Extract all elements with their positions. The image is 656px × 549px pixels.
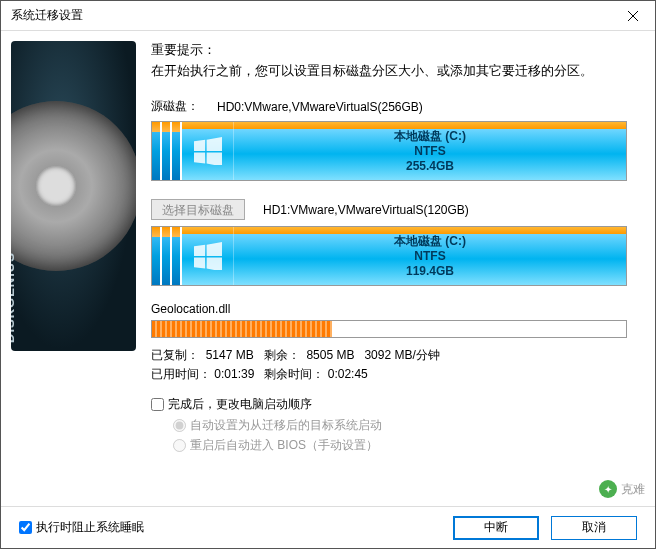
reserved-partition: [162, 122, 172, 180]
abort-button[interactable]: 中断: [453, 516, 539, 540]
source-disk-section: 源磁盘： HD0:VMware,VMwareVirtualS(256GB) 本地…: [151, 98, 627, 181]
elapsed-label: 已用时间：: [151, 365, 211, 384]
footer: 执行时阻止系统睡眠 中断 取消: [1, 506, 655, 548]
windows-logo-icon: [182, 227, 234, 285]
tip-heading: 重要提示：: [151, 41, 627, 59]
reserved-partition: [162, 227, 172, 285]
reserved-partition: [152, 227, 162, 285]
copied-value: 5147 MB: [206, 346, 254, 365]
tip-text: 在开始执行之前，您可以设置目标磁盘分区大小、或添加其它要迁移的分区。: [151, 62, 627, 80]
target-disk-section: 选择目标磁盘 HD1:VMware,VMwareVirtualS(120GB) …: [151, 199, 627, 286]
windows-logo-icon: [182, 122, 234, 180]
partition-size: 255.4GB: [406, 159, 454, 174]
progress-fill: [152, 321, 332, 337]
progress-bar: [151, 320, 627, 338]
cancel-button[interactable]: 取消: [551, 516, 637, 540]
prevent-sleep-checkbox[interactable]: [19, 521, 32, 534]
remain-label: 剩余：: [264, 346, 300, 365]
after-done-checkbox[interactable]: [151, 398, 164, 411]
eta-label: 剩余时间：: [264, 365, 324, 384]
partition-fs: NTFS: [414, 249, 445, 264]
watermark-text: 克难: [621, 481, 645, 498]
brand-text: DISKGENIUS: [11, 252, 17, 343]
watermark: ✦ 克难: [599, 480, 645, 498]
prevent-sleep-row[interactable]: 执行时阻止系统睡眠: [19, 519, 144, 536]
boot-option-bios-label: 重启后自动进入 BIOS（手动设置）: [190, 437, 378, 454]
elapsed-value: 0:01:39: [214, 365, 254, 384]
sidebar-graphic: DISKGENIUS: [1, 31, 146, 506]
main-partition: 本地磁盘 (C:) NTFS 255.4GB: [182, 122, 626, 180]
boot-option-bios[interactable]: [173, 439, 186, 452]
remain-value: 8505 MB: [306, 346, 354, 365]
target-partition-bar[interactable]: 本地磁盘 (C:) NTFS 119.4GB: [151, 226, 627, 286]
partition-size: 119.4GB: [406, 264, 454, 279]
current-file: Geolocation.dll: [151, 302, 627, 316]
window-title: 系统迁移设置: [11, 7, 610, 24]
copied-label: 已复制：: [151, 346, 199, 365]
reserved-partition: [172, 227, 182, 285]
source-disk-name: HD0:VMware,VMwareVirtualS(256GB): [217, 100, 423, 114]
main-panel: 重要提示： 在开始执行之前，您可以设置目标磁盘分区大小、或添加其它要迁移的分区。…: [146, 31, 655, 506]
prevent-sleep-label: 执行时阻止系统睡眠: [36, 519, 144, 536]
partition-name: 本地磁盘 (C:): [394, 129, 466, 144]
tip-section: 重要提示： 在开始执行之前，您可以设置目标磁盘分区大小、或添加其它要迁移的分区。: [151, 41, 627, 80]
reserved-partition: [172, 122, 182, 180]
partition-fs: NTFS: [414, 144, 445, 159]
post-options: 完成后，更改电脑启动顺序 自动设置为从迁移后的目标系统启动 重启后自动进入 BI…: [151, 396, 627, 454]
main-partition: 本地磁盘 (C:) NTFS 119.4GB: [182, 227, 626, 285]
speed-value: 3092 MB/分钟: [364, 346, 439, 365]
target-disk-name: HD1:VMware,VMwareVirtualS(120GB): [263, 203, 469, 217]
title-bar: 系统迁移设置: [1, 1, 655, 31]
progress-stats: 已复制： 5147 MB 剩余： 8505 MB 3092 MB/分钟 已用时间…: [151, 346, 627, 384]
partition-name: 本地磁盘 (C:): [394, 234, 466, 249]
boot-option-bios-row[interactable]: 重启后自动进入 BIOS（手动设置）: [173, 437, 627, 454]
hdd-illustration: DISKGENIUS: [11, 41, 136, 351]
boot-option-auto-label: 自动设置为从迁移后的目标系统启动: [190, 417, 382, 434]
boot-option-auto[interactable]: [173, 419, 186, 432]
wechat-icon: ✦: [599, 480, 617, 498]
close-icon: [628, 11, 638, 21]
eta-value: 0:02:45: [328, 365, 368, 384]
close-button[interactable]: [610, 1, 655, 31]
reserved-partition: [152, 122, 162, 180]
after-done-checkbox-row[interactable]: 完成后，更改电脑启动顺序: [151, 396, 627, 413]
content-area: DISKGENIUS 重要提示： 在开始执行之前，您可以设置目标磁盘分区大小、或…: [1, 31, 655, 506]
source-disk-label: 源磁盘：: [151, 98, 199, 115]
boot-option-auto-row[interactable]: 自动设置为从迁移后的目标系统启动: [173, 417, 627, 434]
select-target-button[interactable]: 选择目标磁盘: [151, 199, 245, 220]
source-partition-bar[interactable]: 本地磁盘 (C:) NTFS 255.4GB: [151, 121, 627, 181]
after-done-label: 完成后，更改电脑启动顺序: [168, 396, 312, 413]
